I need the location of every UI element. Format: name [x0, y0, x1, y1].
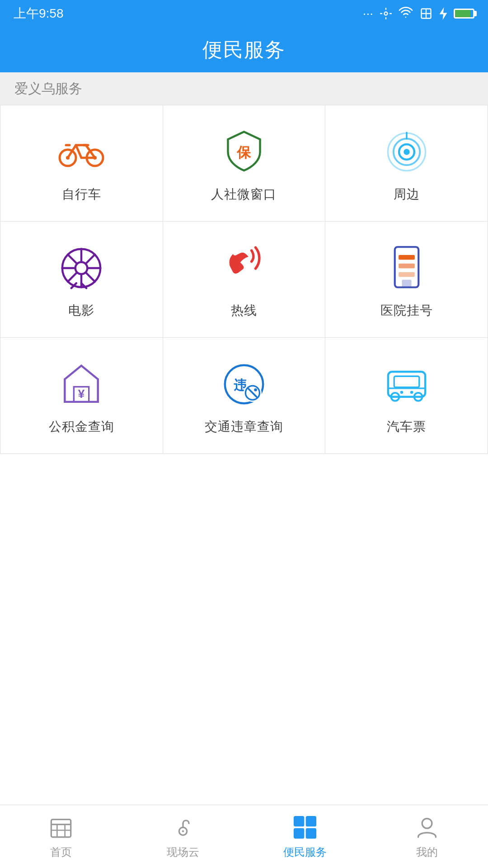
nav-label-live-cloud: 现场云 [167, 845, 199, 859]
hospital-icon [382, 243, 432, 293]
svg-line-22 [86, 273, 95, 282]
nav-label-mine: 我的 [416, 845, 438, 859]
section-label: 爱义乌服务 [0, 72, 488, 105]
service-item-housing-fund[interactable]: ¥ 公积金查询 [0, 338, 163, 454]
nav-label-home: 首页 [50, 845, 72, 859]
service-label-bicycle: 自行车 [62, 186, 101, 203]
svg-rect-57 [294, 828, 304, 838]
service-item-bicycle[interactable]: 自行车 [0, 105, 163, 222]
service-item-social-security[interactable]: 保 人社微窗口 [163, 105, 326, 222]
service-label-hotline: 热线 [231, 302, 257, 319]
service-item-hotline[interactable]: 热线 [163, 222, 326, 338]
svg-text:¥: ¥ [78, 387, 85, 401]
wifi-icon [399, 7, 413, 20]
svg-point-53 [182, 830, 184, 832]
mine-nav-icon [414, 814, 440, 840]
service-label-traffic-violation: 交通违章查询 [205, 418, 283, 435]
svg-rect-56 [306, 816, 316, 826]
svg-point-0 [385, 12, 388, 15]
svg-point-39 [254, 388, 257, 392]
status-icons: ··· [363, 6, 474, 21]
bicycle-icon [56, 127, 106, 177]
status-bar: 上午9:58 ··· [0, 0, 488, 27]
home-nav-icon [48, 814, 74, 840]
nearby-icon [382, 127, 432, 177]
service-label-nearby: 周边 [394, 186, 420, 203]
svg-point-59 [422, 818, 432, 828]
service-item-nearby[interactable]: 周边 [325, 105, 488, 222]
service-label-hospital: 医院挂号 [380, 302, 433, 319]
svg-point-10 [404, 149, 410, 155]
service-label-bus-ticket: 汽车票 [387, 418, 426, 435]
service-label-movie: 电影 [68, 302, 94, 319]
service-item-hospital[interactable]: 医院挂号 [325, 222, 488, 338]
app-header: 便民服务 [0, 27, 488, 72]
charging-icon [439, 7, 447, 20]
svg-rect-29 [399, 264, 415, 269]
bus-ticket-icon [382, 359, 432, 409]
nav-label-public-service: 便民服务 [283, 845, 327, 859]
page-title: 便民服务 [202, 37, 286, 63]
nav-item-mine[interactable]: 我的 [366, 805, 488, 868]
svg-point-46 [410, 391, 413, 394]
svg-rect-58 [306, 828, 316, 838]
svg-rect-47 [51, 819, 70, 837]
live-cloud-nav-icon [170, 814, 196, 840]
nav-item-public-service[interactable]: 便民服务 [244, 805, 366, 868]
section-label-text: 爱义乌服务 [14, 80, 82, 98]
service-item-traffic-violation[interactable]: 违 交通违章查询 [163, 338, 326, 454]
hotline-icon [219, 243, 269, 293]
svg-marker-4 [440, 7, 447, 20]
battery-icon [454, 9, 474, 19]
traffic-violation-icon: 违 [219, 359, 269, 409]
svg-line-23 [86, 255, 95, 264]
svg-rect-43 [394, 376, 419, 387]
service-label-housing-fund: 公积金查询 [49, 418, 114, 435]
service-label-social-security: 人社微窗口 [211, 186, 277, 203]
svg-rect-31 [402, 279, 411, 287]
svg-rect-55 [294, 816, 304, 826]
bottom-nav: 首页 现场云 便民服务 [0, 805, 488, 868]
svg-point-45 [400, 391, 403, 394]
svg-rect-30 [399, 272, 415, 277]
housing-fund-icon: ¥ [56, 359, 106, 409]
svg-line-24 [68, 273, 77, 282]
service-item-movie[interactable]: 电影 [0, 222, 163, 338]
svg-text:保: 保 [236, 145, 251, 160]
public-service-nav-icon [292, 814, 318, 840]
time-display: 上午9:58 [14, 5, 64, 22]
service-item-bus-ticket[interactable]: 汽车票 [325, 338, 488, 454]
svg-rect-28 [399, 255, 415, 260]
svg-line-21 [68, 255, 77, 264]
service-grid: 自行车 保 人社微窗口 周边 [0, 105, 488, 454]
sim-icon [419, 7, 433, 20]
nav-item-live-cloud[interactable]: 现场云 [122, 805, 244, 868]
social-security-icon: 保 [219, 127, 269, 177]
signal-icon: ··· [363, 6, 373, 21]
location-icon [380, 7, 392, 20]
movie-icon [56, 243, 106, 293]
nav-item-home[interactable]: 首页 [0, 805, 122, 868]
